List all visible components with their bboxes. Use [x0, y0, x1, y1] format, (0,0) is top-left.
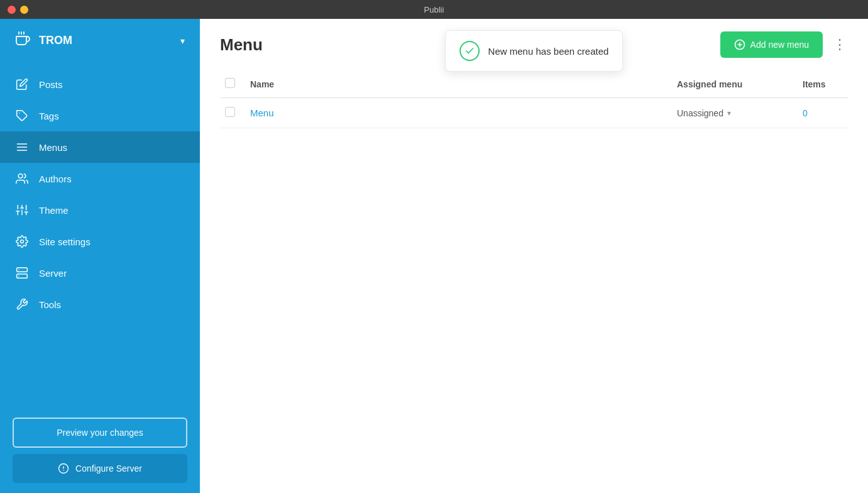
- sidebar-item-authors[interactable]: Authors: [0, 163, 200, 194]
- authors-icon: [15, 172, 29, 186]
- edit-icon: [15, 77, 29, 91]
- assigned-menu-value: Unassigned: [677, 108, 723, 118]
- table-header-items: Items: [798, 70, 848, 98]
- titlebar: Publii: [0, 0, 868, 19]
- table-header-assigned: Assigned menu: [672, 70, 798, 98]
- site-dropdown-arrow-icon: ▾: [180, 36, 185, 46]
- site-selector[interactable]: TROM ▾: [0, 19, 200, 62]
- sidebar-item-theme[interactable]: Theme: [0, 194, 200, 226]
- close-button[interactable]: [8, 6, 16, 14]
- menus-table-container: Name Assigned menu Items Menu: [200, 70, 868, 493]
- sidebar-item-label-site-settings: Site settings: [39, 236, 91, 247]
- sidebar: TROM ▾ Posts Tags: [0, 19, 200, 493]
- assigned-dropdown-icon[interactable]: ▾: [727, 109, 731, 118]
- table-row: Menu Unassigned ▾ 0: [220, 98, 848, 128]
- sidebar-item-label-theme: Theme: [39, 205, 69, 216]
- sidebar-item-menus[interactable]: Menus: [0, 131, 200, 163]
- sidebar-item-label-server: Server: [39, 268, 67, 279]
- table-header-name: Name: [245, 70, 672, 98]
- settings-icon: [15, 235, 29, 248]
- minimize-button[interactable]: [20, 6, 28, 14]
- more-options-icon[interactable]: ⋮: [833, 36, 848, 53]
- app-title: Publii: [424, 5, 444, 14]
- success-icon: [459, 41, 480, 61]
- sidebar-item-tags[interactable]: Tags: [0, 100, 200, 131]
- sidebar-footer: Preview your changes Configure Server: [0, 407, 200, 493]
- svg-rect-19: [17, 274, 28, 279]
- menu-icon: [15, 140, 29, 154]
- server-icon: [15, 266, 29, 280]
- toast-message: New menu has been created: [488, 46, 609, 57]
- sidebar-item-tools[interactable]: Tools: [0, 289, 200, 320]
- sliders-icon: [15, 203, 29, 217]
- sidebar-item-label-posts: Posts: [39, 79, 63, 90]
- menu-name-link[interactable]: Menu: [250, 108, 274, 118]
- toast-notification: New menu has been created: [445, 30, 624, 72]
- svg-point-17: [21, 240, 24, 243]
- page-title: Menu: [220, 35, 263, 55]
- sidebar-item-label-tools: Tools: [39, 299, 61, 310]
- sidebar-nav: Posts Tags Menus Authors: [0, 62, 200, 407]
- select-all-checkbox[interactable]: [225, 78, 235, 88]
- titlebar-buttons: [8, 6, 28, 14]
- items-count-value: 0: [803, 108, 808, 118]
- sidebar-item-label-authors: Authors: [39, 174, 72, 184]
- preview-button[interactable]: Preview your changes: [13, 418, 187, 448]
- plus-circle-icon: [734, 39, 745, 50]
- assigned-menu-cell: Unassigned ▾: [677, 108, 793, 118]
- site-logo-icon: [15, 31, 30, 50]
- topbar: Menu New menu has been created Add new m…: [200, 19, 868, 70]
- main-content: Menu New menu has been created Add new m…: [200, 19, 868, 493]
- configure-server-button[interactable]: Configure Server: [13, 454, 187, 483]
- sidebar-item-site-settings[interactable]: Site settings: [0, 226, 200, 257]
- sidebar-item-server[interactable]: Server: [0, 257, 200, 289]
- sidebar-item-label-tags: Tags: [39, 111, 59, 121]
- svg-point-7: [18, 174, 23, 179]
- tag-icon: [15, 109, 29, 123]
- add-button-label: Add new menu: [750, 40, 809, 50]
- svg-rect-18: [17, 268, 28, 272]
- add-new-menu-button[interactable]: Add new menu: [720, 31, 823, 58]
- configure-server-label: Configure Server: [75, 463, 142, 474]
- menus-table: Name Assigned menu Items Menu: [220, 70, 848, 128]
- info-circle-icon: [58, 463, 69, 474]
- site-name-label: TROM: [39, 34, 172, 47]
- sidebar-item-posts[interactable]: Posts: [0, 69, 200, 100]
- sidebar-item-label-menus: Menus: [39, 142, 67, 153]
- row-checkbox[interactable]: [225, 107, 235, 117]
- tools-icon: [15, 297, 29, 311]
